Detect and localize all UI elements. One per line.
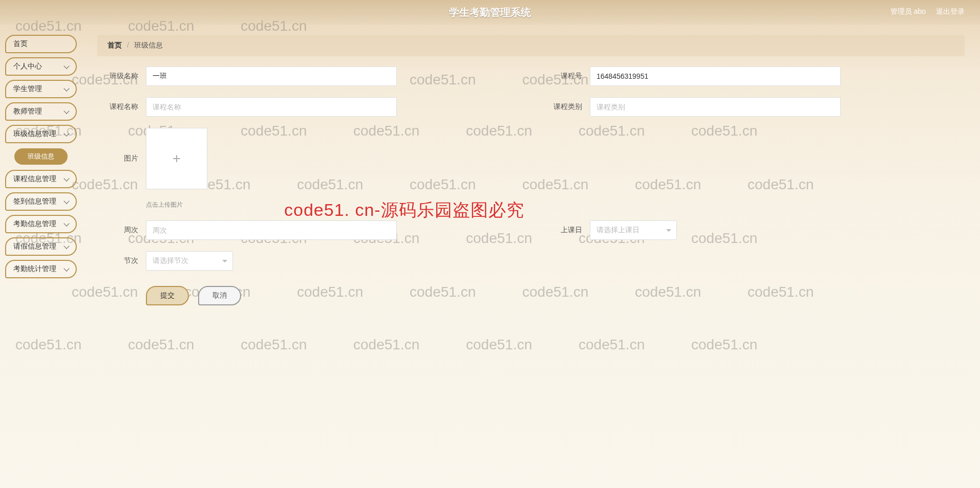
logout-link[interactable]: 退出登录 bbox=[936, 7, 965, 16]
cancel-button[interactable]: 取消 bbox=[198, 286, 241, 305]
chevron-down-icon bbox=[63, 243, 69, 249]
chevron-down-icon bbox=[63, 265, 69, 271]
image-hint: 点击上传图片 bbox=[146, 201, 960, 209]
sidebar-item-student[interactable]: 学生管理 bbox=[5, 80, 77, 98]
sidebar-item-stats[interactable]: 考勤统计管理 bbox=[5, 260, 77, 278]
breadcrumb: 首页 / 班级信息 bbox=[97, 35, 965, 56]
chevron-down-icon bbox=[63, 130, 69, 136]
chevron-down-icon bbox=[222, 260, 227, 262]
plus-icon: + bbox=[173, 150, 181, 167]
day-select[interactable]: 请选择上课日 bbox=[590, 220, 677, 240]
course-type-label: 课程类别 bbox=[546, 102, 582, 112]
sidebar-item-label: 学生管理 bbox=[13, 84, 42, 94]
user-label[interactable]: 管理员 abo bbox=[890, 7, 926, 16]
sidebar-item-label: 签到信息管理 bbox=[13, 197, 56, 206]
chevron-down-icon bbox=[63, 63, 69, 69]
chevron-down-icon bbox=[63, 175, 69, 181]
header-right: 管理员 abo 退出登录 bbox=[890, 7, 965, 16]
form: 班级名称 课程号 课程名称 课程类别 bbox=[97, 66, 965, 305]
sidebar-item-teacher[interactable]: 教师管理 bbox=[5, 102, 77, 121]
chevron-down-icon bbox=[63, 85, 69, 91]
course-no-input[interactable] bbox=[590, 66, 841, 86]
day-label: 上课日 bbox=[546, 226, 582, 235]
header: 学生考勤管理系统 管理员 abo 退出登录 bbox=[0, 0, 980, 25]
sidebar-item-label: 首页 bbox=[13, 39, 28, 49]
sidebar-item-label: 个人中心 bbox=[13, 62, 42, 71]
sidebar-item-home[interactable]: 首页 bbox=[5, 35, 77, 53]
week-input[interactable] bbox=[146, 220, 397, 240]
breadcrumb-sep: / bbox=[127, 41, 129, 49]
sidebar: 首页 个人中心 学生管理 教师管理 班级信息管理 班级信息 课程信息管理 签到信… bbox=[0, 25, 82, 488]
sidebar-item-course[interactable]: 课程信息管理 bbox=[5, 170, 77, 188]
sidebar-subitem-class-info[interactable]: 班级信息 bbox=[14, 148, 68, 165]
breadcrumb-current: 班级信息 bbox=[134, 41, 163, 49]
sidebar-item-class-info[interactable]: 班级信息管理 bbox=[5, 125, 77, 143]
sidebar-item-signin[interactable]: 签到信息管理 bbox=[5, 192, 77, 211]
sidebar-item-label: 教师管理 bbox=[13, 107, 42, 116]
course-name-label: 课程名称 bbox=[102, 102, 138, 112]
sidebar-item-attendance[interactable]: 考勤信息管理 bbox=[5, 215, 77, 233]
section-label: 节次 bbox=[102, 256, 138, 265]
submit-button[interactable]: 提交 bbox=[146, 286, 189, 305]
sidebar-item-label: 请假信息管理 bbox=[13, 242, 56, 251]
app-title: 学生考勤管理系统 bbox=[449, 6, 531, 19]
sidebar-item-personal[interactable]: 个人中心 bbox=[5, 57, 77, 76]
sidebar-item-label: 考勤统计管理 bbox=[13, 264, 56, 274]
image-upload[interactable]: + bbox=[146, 128, 207, 189]
class-name-input[interactable] bbox=[146, 66, 397, 86]
section-select[interactable]: 请选择节次 bbox=[146, 251, 233, 271]
week-label: 周次 bbox=[102, 226, 138, 235]
day-select-placeholder: 请选择上课日 bbox=[596, 226, 640, 235]
breadcrumb-home[interactable]: 首页 bbox=[108, 41, 122, 49]
sidebar-item-label: 课程信息管理 bbox=[13, 174, 56, 184]
course-no-label: 课程号 bbox=[546, 72, 582, 81]
sidebar-item-label: 班级信息管理 bbox=[13, 129, 56, 139]
chevron-down-icon bbox=[63, 198, 69, 204]
chevron-down-icon bbox=[63, 108, 69, 114]
sidebar-item-leave[interactable]: 请假信息管理 bbox=[5, 237, 77, 256]
course-type-input[interactable] bbox=[590, 97, 841, 117]
image-label: 图片 bbox=[102, 154, 138, 163]
class-name-label: 班级名称 bbox=[102, 72, 138, 81]
chevron-down-icon bbox=[63, 220, 69, 226]
section-select-placeholder: 请选择节次 bbox=[153, 256, 188, 265]
main-content: 首页 / 班级信息 班级名称 课程号 课程名称 bbox=[82, 25, 980, 488]
chevron-down-icon bbox=[666, 229, 671, 232]
course-name-input[interactable] bbox=[146, 97, 397, 117]
sidebar-item-label: 考勤信息管理 bbox=[13, 219, 56, 229]
